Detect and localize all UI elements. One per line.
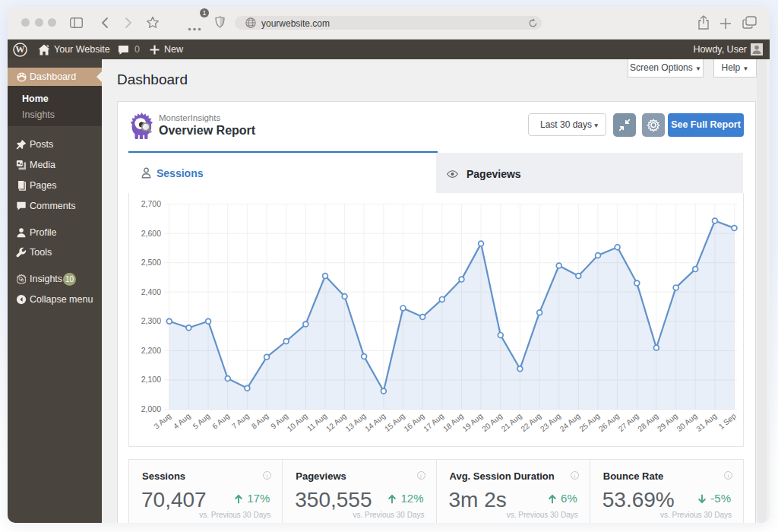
svg-text:20 Aug: 20 Aug	[480, 412, 504, 433]
svg-text:25 Aug: 25 Aug	[577, 412, 601, 433]
svg-text:23 Aug: 23 Aug	[539, 412, 562, 433]
svg-text:30 Aug: 30 Aug	[675, 412, 699, 433]
svg-text:21 Aug: 21 Aug	[500, 412, 523, 433]
svg-text:16 Aug: 16 Aug	[403, 412, 426, 433]
svg-text:15 Aug: 15 Aug	[383, 412, 406, 433]
svg-text:18 Aug: 18 Aug	[441, 412, 465, 433]
svg-text:19 Aug: 19 Aug	[460, 412, 484, 433]
svg-text:2,300: 2,300	[141, 316, 161, 325]
svg-text:2,200: 2,200	[141, 346, 161, 355]
svg-text:8 Aug: 8 Aug	[250, 412, 270, 431]
svg-text:26 Aug: 26 Aug	[597, 412, 621, 433]
svg-text:7 Aug: 7 Aug	[230, 412, 251, 431]
svg-text:2,000: 2,000	[141, 404, 161, 413]
svg-text:12 Aug: 12 Aug	[324, 412, 348, 433]
svg-text:27 Aug: 27 Aug	[617, 412, 640, 433]
svg-text:22 Aug: 22 Aug	[519, 412, 542, 433]
svg-text:4 Aug: 4 Aug	[172, 412, 192, 431]
svg-text:5 Aug: 5 Aug	[191, 412, 212, 431]
svg-text:2,400: 2,400	[141, 287, 161, 296]
svg-text:2,100: 2,100	[141, 375, 161, 384]
svg-text:17 Aug: 17 Aug	[422, 412, 445, 433]
svg-text:10 Aug: 10 Aug	[286, 412, 309, 433]
svg-text:2,500: 2,500	[141, 258, 161, 267]
svg-text:14 Aug: 14 Aug	[363, 412, 387, 433]
svg-text:24 Aug: 24 Aug	[558, 412, 582, 433]
svg-text:6 Aug: 6 Aug	[210, 412, 231, 431]
svg-text:11 Aug: 11 Aug	[305, 412, 328, 433]
svg-text:31 Aug: 31 Aug	[694, 412, 718, 433]
svg-text:W: W	[15, 44, 25, 55]
svg-text:29 Aug: 29 Aug	[656, 412, 679, 433]
svg-text:2,700: 2,700	[141, 199, 161, 208]
svg-text:13 Aug: 13 Aug	[344, 412, 368, 433]
svg-text:1 Sep: 1 Sep	[717, 411, 738, 431]
svg-text:3 Aug: 3 Aug	[152, 412, 172, 431]
svg-text:28 Aug: 28 Aug	[636, 412, 659, 433]
svg-text:2,600: 2,600	[141, 229, 161, 238]
